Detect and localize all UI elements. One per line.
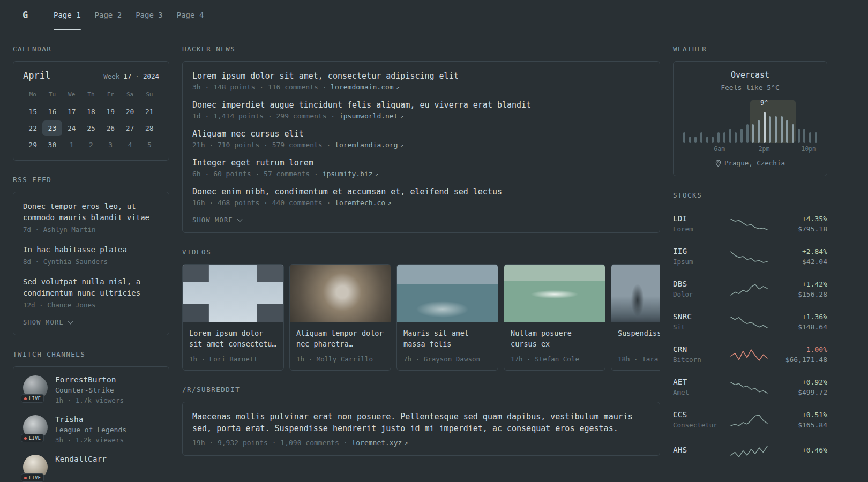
calendar-day: 17 xyxy=(62,104,81,119)
stock-row[interactable]: AHS +0.46% xyxy=(673,436,827,466)
weather-bar xyxy=(700,132,702,143)
show-more-label: SHOW MORE xyxy=(192,216,233,224)
weather-bar xyxy=(803,129,805,143)
calendar-day-header: Sa xyxy=(120,87,139,103)
axis-tick-label: 10pm xyxy=(802,145,817,153)
avatar: LIVE xyxy=(23,455,48,479)
tab-page-4[interactable]: Page 4 xyxy=(170,0,211,30)
calendar-card: April Week 17 · 2024 MoTuWeThFrSaSu15161… xyxy=(13,61,169,161)
tab-page-3[interactable]: Page 3 xyxy=(129,0,170,30)
video-title: Mauris sit amet massa felis xyxy=(403,328,491,350)
stock-row[interactable]: CCS Consectetur +0.51% $165.84 xyxy=(673,403,827,436)
story-link[interactable]: loremlandia.org xyxy=(335,141,398,149)
hackernews-item: Aliquam nec cursus elit 21h · 710 points… xyxy=(192,128,650,149)
story-link[interactable]: ipsumworld.net xyxy=(339,112,398,120)
calendar-day: 19 xyxy=(101,104,120,119)
story-link[interactable]: loremdomain.com xyxy=(331,83,393,91)
stock-change: +0.46% xyxy=(776,446,827,454)
stock-row[interactable]: LDI Lorem +4.35% $795.18 xyxy=(673,207,827,240)
video-info: Suspendisse diam 18h · Tara xyxy=(611,322,660,370)
story-title[interactable]: Aliquam nec cursus elit xyxy=(192,128,650,140)
channel-meta: 3h · 1.2k viewers xyxy=(55,436,126,444)
live-dot-icon xyxy=(24,397,27,400)
stock-values: +2.84% $42.04 xyxy=(776,247,827,266)
story-link[interactable]: loremtech.co xyxy=(335,199,385,207)
calendar-day: 25 xyxy=(81,120,101,136)
stock-row[interactable]: IIG Ipsum +2.84% $42.04 xyxy=(673,240,827,273)
twitch-channel-row[interactable]: LIVE KendallCarr xyxy=(23,455,159,479)
video-card[interactable]: Suspendisse diam 18h · Tara xyxy=(611,264,660,371)
channel-name[interactable]: Trisha xyxy=(55,415,126,424)
video-info: Mauris sit amet massa felis 7h · Grayson… xyxy=(397,322,498,370)
video-info: Nullam posuere cursus ex 17h · Stefan Co… xyxy=(504,322,605,370)
channel-category: League of Legends xyxy=(55,426,126,434)
tab-page-2[interactable]: Page 2 xyxy=(88,0,129,30)
rss-item-title[interactable]: Donec tempor eros leo, ut commodo mauris… xyxy=(23,201,159,223)
app-logo: G xyxy=(13,0,38,30)
story-link[interactable]: ipsumify.biz xyxy=(323,170,373,178)
calendar-day-header: We xyxy=(62,87,81,103)
rss-card: Donec tempor eros leo, ut commodo mauris… xyxy=(13,192,169,335)
story-title[interactable]: Donec enim nibh, condimentum et accumsan… xyxy=(192,186,650,198)
stock-identity: DBS Dolor xyxy=(673,280,722,298)
stocks-list: LDI Lorem +4.35% $795.18 IIG Ipsum xyxy=(673,207,827,466)
stock-row[interactable]: DBS Dolor +1.42% $156.28 xyxy=(673,273,827,305)
rss-item-title[interactable]: Sed volutpat nulla nisl, a condimentum n… xyxy=(23,276,159,299)
weather-bar xyxy=(689,137,691,143)
videos-carousel[interactable]: Lorem ipsum dolor sit amet consectetu… 1… xyxy=(182,264,660,371)
dashboard: CALENDAR April Week 17 · 2024 MoTuWeThFr… xyxy=(0,30,868,482)
stock-sparkline xyxy=(730,443,768,459)
stock-values: +0.46% xyxy=(776,446,827,456)
calendar-day-header: Mo xyxy=(23,87,42,103)
stock-change: +1.42% xyxy=(776,280,827,288)
stock-values: +0.51% $165.84 xyxy=(776,411,827,429)
week-separator: · xyxy=(135,72,139,80)
stock-price: $148.64 xyxy=(776,323,827,331)
logo-divider xyxy=(41,9,41,21)
weather-bar xyxy=(798,129,800,143)
calendar-day: 2 xyxy=(81,137,101,153)
video-card[interactable]: Nullam posuere cursus ex 17h · Stefan Co… xyxy=(504,264,605,371)
weather-axis: 6am2pm10pm xyxy=(683,145,817,153)
rss-item-title[interactable]: In hac habitasse platea xyxy=(23,244,159,255)
story-title[interactable]: Donec imperdiet augue tincidunt felis al… xyxy=(192,99,650,111)
channel-name[interactable]: ForrestBurton xyxy=(55,375,124,384)
rss-item-meta: 12d · Chance Jones xyxy=(23,301,159,309)
twitch-channel-row[interactable]: LIVE ForrestBurton Counter-Strike 1h · 1… xyxy=(23,375,159,404)
stock-sparkline xyxy=(730,314,768,330)
rss-show-more-button[interactable]: SHOW MORE xyxy=(23,319,159,326)
video-card[interactable]: Lorem ipsum dolor sit amet consectetu… 1… xyxy=(182,264,284,371)
story-title[interactable]: Integer eget rutrum lorem xyxy=(192,157,650,169)
calendar-widget: CALENDAR April Week 17 · 2024 MoTuWeThFr… xyxy=(13,45,169,161)
stock-identity: AET Amet xyxy=(673,378,722,396)
stock-row[interactable]: CRN Bitcorn -1.00% $66,171.48 xyxy=(673,338,827,371)
post-meta: 19h · 9,932 points · 1,090 comments · lo… xyxy=(192,439,650,447)
calendar-day: 5 xyxy=(140,137,159,153)
external-link-icon: ↗ xyxy=(404,439,408,447)
weather-bar xyxy=(781,116,783,143)
stock-sparkline xyxy=(730,379,768,395)
stock-row[interactable]: SNRC Sit +1.36% $148.64 xyxy=(673,305,827,338)
tab-page-1[interactable]: Page 1 xyxy=(47,0,88,30)
story-title[interactable]: Lorem ipsum dolor sit amet, consectetur … xyxy=(192,70,650,82)
live-label: LIVE xyxy=(29,396,41,401)
external-link-icon: ↗ xyxy=(400,141,404,149)
channel-name[interactable]: KendallCarr xyxy=(55,455,107,463)
video-card[interactable]: Mauris sit amet massa felis 7h · Grayson… xyxy=(396,264,498,371)
stock-price: $42.04 xyxy=(776,258,827,266)
post-title[interactable]: Maecenas mollis pulvinar erat non posuer… xyxy=(192,411,650,434)
calendar-day: 23 xyxy=(42,120,62,136)
twitch-channel-row[interactable]: LIVE Trisha League of Legends 3h · 1.2k … xyxy=(23,415,159,444)
video-thumbnail xyxy=(504,265,605,322)
video-card[interactable]: Aliquam tempor dolor nec pharetra… 1h · … xyxy=(289,264,391,371)
calendar-day: 21 xyxy=(140,104,159,119)
post-link[interactable]: loremnet.xyz xyxy=(351,439,402,447)
weather-bar xyxy=(717,132,720,143)
stock-row[interactable]: AET Amet +0.92% $499.72 xyxy=(673,371,827,403)
weather-bar xyxy=(792,124,794,143)
story-meta: 21h · 710 points · 579 comments · loreml… xyxy=(192,141,650,149)
peak-temperature-label: 9° xyxy=(760,99,768,107)
hackernews-show-more-button[interactable]: SHOW MORE xyxy=(192,216,650,224)
story-meta-text: 21h · 710 points · 579 comments · xyxy=(192,141,335,149)
story-meta: 3h · 148 points · 116 comments · loremdo… xyxy=(192,83,650,91)
